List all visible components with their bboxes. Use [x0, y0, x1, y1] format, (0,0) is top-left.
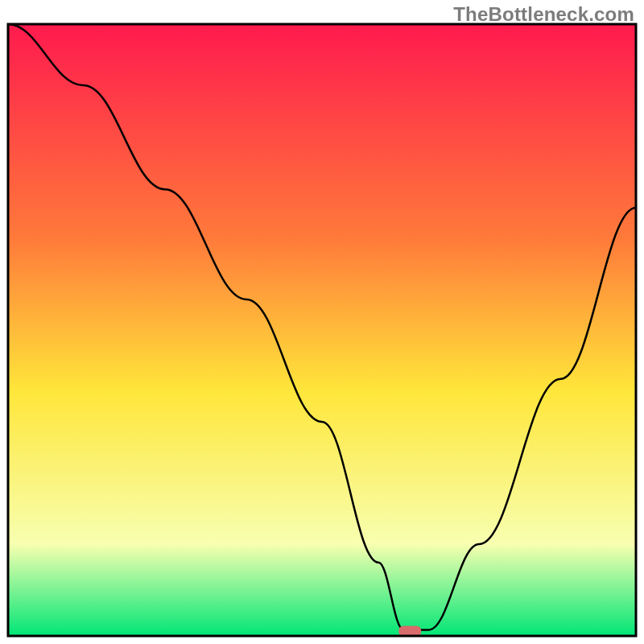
plot-svg — [0, 0, 644, 644]
highlight-capsule — [398, 625, 421, 636]
bottleneck-chart: TheBottleneck.com — [0, 0, 644, 644]
gradient-background — [8, 24, 636, 636]
watermark-text: TheBottleneck.com — [453, 3, 634, 26]
